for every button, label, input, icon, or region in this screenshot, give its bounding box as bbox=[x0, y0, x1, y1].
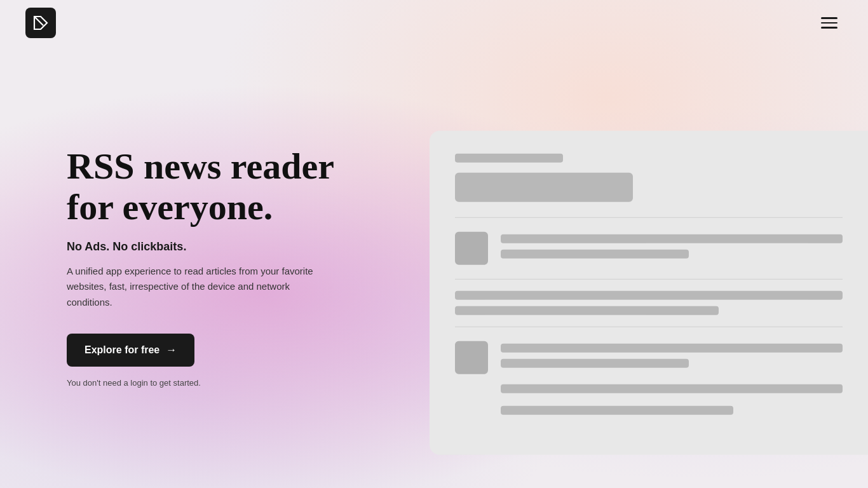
mock-text-full-1 bbox=[455, 291, 843, 300]
mock-bar-title bbox=[455, 173, 633, 202]
mock-card bbox=[430, 131, 868, 455]
logo-icon bbox=[32, 14, 50, 32]
mock-top-section bbox=[455, 154, 843, 218]
hamburger-line-1 bbox=[821, 17, 837, 19]
mock-item-2 bbox=[455, 327, 843, 429]
mock-line-1-2 bbox=[501, 250, 689, 259]
mock-thumbnail-2 bbox=[455, 341, 488, 374]
arrow-icon: → bbox=[166, 344, 177, 356]
mock-line-2-2 bbox=[501, 359, 689, 368]
cta-button[interactable]: Explore for free → bbox=[67, 334, 194, 367]
mock-line-1-1 bbox=[501, 234, 843, 243]
mock-sub-line-2 bbox=[501, 406, 733, 415]
navbar bbox=[0, 0, 868, 46]
mock-sub-line-1 bbox=[501, 384, 843, 393]
menu-button[interactable] bbox=[816, 12, 843, 34]
mock-text-partial-1 bbox=[455, 306, 719, 315]
cta-label: Explore for free bbox=[85, 344, 159, 356]
hero-description: A unified app experience to read article… bbox=[67, 264, 327, 311]
hamburger-line-3 bbox=[821, 27, 837, 29]
logo-wrap bbox=[25, 8, 56, 38]
hero-section: RSS news reader for everyone. No Ads. No… bbox=[67, 146, 410, 388]
main-content: RSS news reader for everyone. No Ads. No… bbox=[0, 46, 868, 488]
logo bbox=[25, 8, 56, 38]
mock-item-1 bbox=[455, 218, 843, 280]
mock-thumbnail-1 bbox=[455, 232, 488, 265]
mock-text-block bbox=[455, 280, 843, 327]
mock-lines-2 bbox=[501, 341, 843, 415]
app-preview bbox=[430, 131, 868, 455]
mock-lines-1 bbox=[501, 232, 843, 259]
no-login-note: You don't need a login to get started. bbox=[67, 378, 384, 388]
mock-bar-small bbox=[455, 154, 563, 163]
hero-headline: RSS news reader for everyone. bbox=[67, 146, 384, 227]
mock-line-2-1 bbox=[501, 344, 843, 353]
hero-tagline: No Ads. No clickbaits. bbox=[67, 240, 384, 254]
mock-sub-lines bbox=[501, 384, 843, 415]
hamburger-line-2 bbox=[821, 22, 837, 24]
